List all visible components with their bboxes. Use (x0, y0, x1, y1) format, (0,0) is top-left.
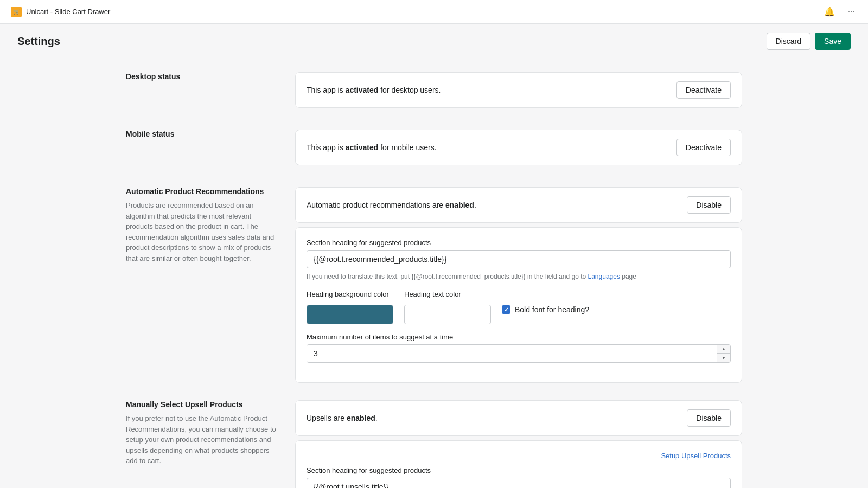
manual-upsell-disable-button[interactable]: Disable (687, 409, 731, 427)
heading-bg-color-field: Heading background color (307, 290, 393, 324)
auto-recommendations-content: Automatic product recommendations are en… (295, 187, 742, 383)
desktop-status-label: Desktop status (126, 72, 278, 112)
setup-upsell-link[interactable]: Setup Upsell Products (661, 452, 731, 460)
manual-upsell-description: If you prefer not to use the Automatic P… (126, 413, 278, 466)
manual-upsell-status-text: Upsells are enabled. (307, 414, 378, 422)
desktop-status-card: This app is activated for desktop users.… (295, 72, 742, 108)
heading-text-color-label: Heading text color (404, 290, 491, 298)
mobile-deactivate-button[interactable]: Deactivate (676, 139, 731, 156)
app-icon: 🛒 (11, 7, 22, 17)
auto-recommendations-disable-button[interactable]: Disable (687, 196, 731, 214)
manual-upsell-label: Manually Select Upsell Products If you p… (126, 400, 278, 488)
manual-upsell-title: Manually Select Upsell Products (126, 400, 278, 409)
manual-upsell-status-row: Upsells are enabled. Disable (307, 409, 731, 427)
section-heading-input[interactable] (307, 250, 731, 268)
heading-bg-color-swatch[interactable] (307, 305, 393, 324)
auto-recommendations-status-bold: enabled (445, 201, 474, 209)
desktop-status-card-row: This app is activated for desktop users.… (307, 81, 731, 99)
mobile-status-content: This app is activated for mobile users. … (295, 130, 742, 170)
bold-checkbox-row: Bold font for heading? (502, 305, 589, 314)
section-heading-hint: If you need to translate this text, put … (307, 272, 731, 281)
section-heading-label: Section heading for suggested products (307, 239, 731, 247)
auto-recommendations-description: Products are recommended based on an alg… (126, 200, 278, 264)
auto-recommendations-section: Automatic Product Recommendations Produc… (126, 187, 742, 383)
header-actions: Discard Save (767, 33, 851, 50)
upsell-section-heading-group: Section heading for suggested products I… (307, 466, 731, 488)
desktop-status-title: Desktop status (126, 72, 278, 81)
upsell-link-row: Setup Upsell Products (307, 452, 731, 460)
mobile-status-card-row: This app is activated for mobile users. … (307, 139, 731, 156)
topbar: 🛒 Unicart - Slide Cart Drawer 🔔 ··· (0, 0, 868, 24)
mobile-status-section: Mobile status This app is activated for … (126, 130, 742, 170)
spinner-up[interactable]: ▲ (717, 345, 730, 354)
heading-text-color-swatch[interactable] (404, 305, 491, 324)
manual-upsell-status-card: Upsells are enabled. Disable (295, 400, 742, 436)
manual-upsell-section: Manually Select Upsell Products If you p… (126, 400, 742, 488)
auto-recommendations-status-row: Automatic product recommendations are en… (307, 196, 731, 214)
spinner-down[interactable]: ▼ (717, 354, 730, 362)
auto-recommendations-title: Automatic Product Recommendations (126, 187, 278, 196)
mobile-status-label: Mobile status (126, 130, 278, 170)
mobile-status-bold: activated (346, 143, 379, 152)
desktop-status-content: This app is activated for desktop users.… (295, 72, 742, 112)
app-title: Unicart - Slide Cart Drawer (26, 8, 110, 16)
mobile-status-card: This app is activated for mobile users. … (295, 130, 742, 165)
max-items-input-row: ▲ ▼ (307, 344, 731, 363)
settings-header: Settings Discard Save (0, 24, 868, 59)
auto-recommendations-label: Automatic Product Recommendations Produc… (126, 187, 278, 383)
manual-upsell-form-card: Setup Upsell Products Section heading fo… (295, 440, 742, 488)
save-button[interactable]: Save (815, 33, 851, 50)
languages-link-1[interactable]: Languages (588, 273, 620, 280)
main-content: Desktop status This app is activated for… (108, 59, 760, 488)
auto-recommendations-status-text: Automatic product recommendations are en… (307, 201, 476, 209)
bold-checkbox[interactable] (502, 305, 510, 314)
upsell-section-heading-label: Section heading for suggested products (307, 466, 731, 474)
manual-upsell-content: Upsells are enabled. Disable Setup Upsel… (295, 400, 742, 488)
manual-upsell-status-bold: enabled (347, 414, 375, 422)
section-heading-group: Section heading for suggested products I… (307, 239, 731, 281)
page-title: Settings (17, 35, 60, 48)
upsell-section-heading-input[interactable] (307, 478, 731, 488)
desktop-deactivate-button[interactable]: Deactivate (676, 81, 731, 99)
topbar-right: 🔔 ··· (822, 4, 857, 19)
max-items-group: Maximum number of items to suggest at a … (307, 333, 731, 363)
desktop-status-text: This app is activated for desktop users. (307, 86, 441, 94)
mobile-status-text: This app is activated for mobile users. (307, 143, 437, 152)
topbar-left: 🛒 Unicart - Slide Cart Drawer (11, 7, 110, 17)
heading-text-color-field: Heading text color (404, 290, 491, 324)
color-row: Heading background color Heading text co… (307, 290, 731, 324)
discard-button[interactable]: Discard (767, 33, 810, 50)
notification-icon[interactable]: 🔔 (822, 4, 837, 19)
bold-label: Bold font for heading? (515, 305, 589, 314)
heading-bg-color-label: Heading background color (307, 290, 393, 298)
desktop-status-bold: activated (346, 86, 379, 94)
max-items-input[interactable] (307, 345, 717, 362)
auto-recommendations-form-card: Section heading for suggested products I… (295, 227, 742, 383)
max-items-label: Maximum number of items to suggest at a … (307, 333, 731, 341)
mobile-status-title: Mobile status (126, 130, 278, 138)
desktop-status-section: Desktop status This app is activated for… (126, 72, 742, 112)
auto-recommendations-status-card: Automatic product recommendations are en… (295, 187, 742, 223)
more-options-icon[interactable]: ··· (846, 5, 857, 19)
number-spinners: ▲ ▼ (717, 345, 730, 362)
